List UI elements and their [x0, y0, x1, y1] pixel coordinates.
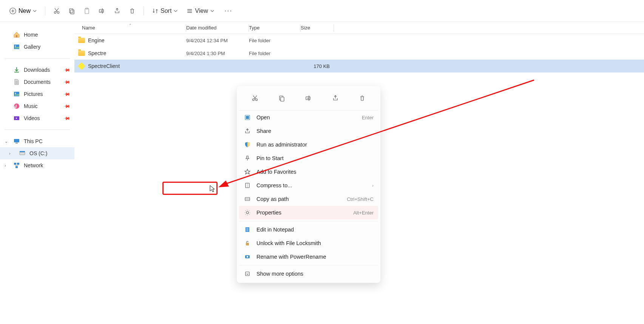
compress-icon	[244, 182, 251, 189]
ctx-properties[interactable]: Properties Alt+Enter	[239, 206, 378, 219]
delete-button[interactable]	[125, 4, 139, 18]
ctx-share-button[interactable]	[329, 91, 342, 105]
cut-button[interactable]	[50, 4, 63, 18]
pin-icon: 📌	[63, 102, 71, 110]
sidebar-item-pictures[interactable]: Pictures 📌	[0, 88, 74, 100]
ctx-unlock[interactable]: Unlock with File Locksmith	[239, 236, 378, 250]
music-icon	[13, 103, 20, 110]
column-divider[interactable]	[334, 24, 334, 32]
sidebar-item-music[interactable]: Music 📌	[0, 100, 74, 112]
column-name[interactable]: ˄ Name	[74, 25, 186, 31]
sidebar-label: Pictures	[24, 91, 43, 97]
video-icon	[13, 115, 20, 122]
sidebar-item-network[interactable]: › Network	[0, 159, 74, 171]
sidebar: Home Gallery Downloads 📌 Documents 📌 Pic…	[0, 22, 74, 324]
file-row[interactable]: Spectre9/4/2024 1:30 PMFile folder	[74, 47, 644, 60]
ctx-copy-path[interactable]: Copy as path Ctrl+Shift+C	[239, 192, 378, 206]
ctx-label: Share	[256, 128, 271, 134]
trash-icon	[359, 95, 366, 102]
view-label: View	[195, 8, 208, 14]
svg-rect-29	[20, 152, 25, 155]
share-icon	[244, 127, 251, 135]
chevron-down-icon[interactable]: ⌄	[5, 139, 8, 144]
column-label: Type	[249, 25, 259, 31]
svg-point-4	[57, 11, 59, 13]
sort-icon	[152, 8, 158, 14]
sidebar-label: This PC	[24, 138, 43, 144]
cursor-icon	[210, 185, 216, 193]
sidebar-item-home[interactable]: Home	[0, 29, 74, 41]
sort-button[interactable]: Sort	[148, 5, 181, 17]
column-type[interactable]: Type	[249, 25, 300, 31]
new-button[interactable]: New	[6, 5, 40, 17]
sidebar-item-documents[interactable]: Documents 📌	[0, 76, 74, 88]
sidebar-item-videos[interactable]: Videos 📌	[0, 112, 74, 124]
ctx-pin-start[interactable]: Pin to Start	[239, 151, 378, 165]
chevron-right-icon[interactable]: ›	[5, 163, 6, 168]
ctx-label: Compress to...	[256, 182, 292, 188]
view-button[interactable]: View	[183, 5, 218, 17]
share-icon	[114, 8, 120, 14]
ctx-show-more[interactable]: Show more options	[239, 267, 378, 281]
powerrename-icon	[244, 253, 251, 261]
file-row[interactable]: SpectreClient170 KB	[74, 60, 644, 73]
file-row[interactable]: Engine9/4/2024 12:34 PMFile folder	[74, 34, 644, 47]
svg-rect-18	[14, 45, 19, 49]
context-quick-actions: A	[239, 88, 378, 111]
ctx-compress[interactable]: Compress to... ›	[239, 179, 378, 192]
ctx-open[interactable]: Open Enter	[239, 111, 378, 124]
copy-button[interactable]	[65, 4, 79, 18]
sidebar-label: OS (C:)	[29, 150, 47, 156]
sidebar-label: Documents	[24, 79, 51, 85]
download-icon	[13, 66, 20, 73]
folder-icon	[78, 38, 85, 43]
paste-button[interactable]	[80, 4, 94, 18]
monitor-icon	[13, 138, 20, 145]
properties-icon	[244, 209, 251, 216]
svg-point-35	[255, 99, 257, 101]
folder-icon	[78, 51, 85, 56]
svg-rect-33	[15, 166, 18, 168]
share-button[interactable]	[110, 4, 124, 18]
column-size[interactable]: Size	[301, 25, 334, 31]
home-icon	[13, 31, 20, 38]
ctx-rename-power[interactable]: Rename with PowerRename	[239, 250, 378, 264]
sidebar-item-this-pc[interactable]: ⌄ This PC	[0, 135, 74, 147]
application-icon	[78, 62, 85, 70]
svg-point-19	[15, 46, 16, 47]
column-label: Size	[301, 25, 310, 31]
sidebar-label: Videos	[24, 115, 40, 121]
paste-icon	[83, 8, 90, 14]
ctx-add-favorites[interactable]: Add to Favorites	[239, 165, 378, 179]
network-icon	[13, 162, 20, 169]
sort-label: Sort	[161, 8, 171, 14]
sidebar-item-gallery[interactable]: Gallery	[0, 41, 74, 53]
file-name: Engine	[88, 37, 105, 43]
ctx-copy-button[interactable]	[275, 91, 289, 105]
sidebar-item-os-c[interactable]: › OS (C:)	[0, 147, 74, 159]
ctx-edit-notepad[interactable]: Edit in Notepad	[239, 223, 378, 236]
column-date[interactable]: Date modified	[186, 25, 249, 31]
open-icon	[244, 114, 251, 121]
svg-text:A: A	[100, 10, 102, 12]
rename-button[interactable]: A	[95, 4, 109, 18]
ctx-delete-button[interactable]	[355, 91, 369, 105]
pictures-icon	[13, 91, 20, 97]
svg-rect-39	[281, 97, 284, 101]
ctx-rename-button[interactable]: A	[302, 91, 315, 105]
ctx-label: Pin to Start	[256, 155, 284, 161]
sidebar-item-downloads[interactable]: Downloads 📌	[0, 64, 74, 76]
ctx-shortcut: Alt+Enter	[353, 210, 374, 216]
sort-ascending-icon: ˄	[129, 23, 131, 28]
copy-icon	[68, 8, 75, 14]
svg-rect-23	[14, 92, 19, 96]
chevron-right-icon[interactable]: ›	[9, 151, 11, 156]
ctx-run-admin[interactable]: Run as administrator	[239, 138, 378, 151]
ctx-cut-button[interactable]	[248, 91, 262, 105]
unlock-icon	[244, 239, 251, 247]
more-button[interactable]: ···	[222, 4, 235, 18]
toolbar-separator	[45, 6, 45, 15]
cut-icon	[53, 8, 60, 14]
svg-rect-31	[14, 163, 16, 165]
ctx-share[interactable]: Share	[239, 124, 378, 138]
